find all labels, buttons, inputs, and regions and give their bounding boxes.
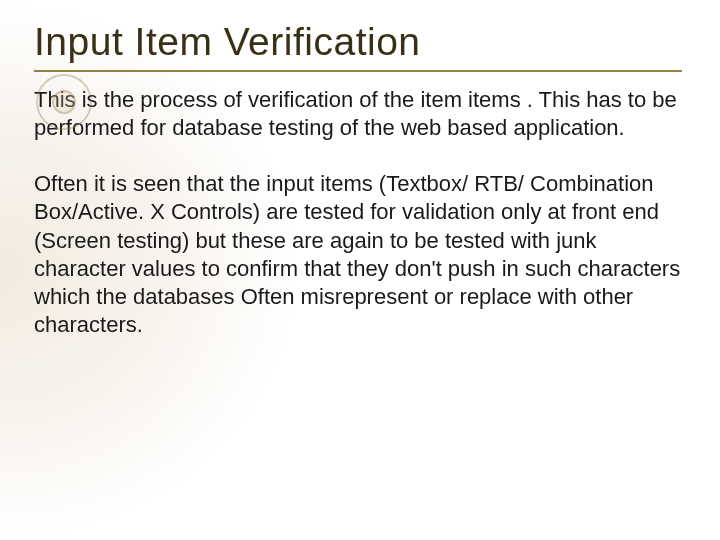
paragraph-2: Often it is seen that the input items (T… — [34, 170, 682, 339]
paragraph-1: This is the process of verification of t… — [34, 86, 682, 142]
slide: Input Item Verification This is the proc… — [0, 0, 720, 540]
slide-title: Input Item Verification — [34, 20, 682, 72]
slide-body: This is the process of verification of t… — [34, 86, 682, 339]
